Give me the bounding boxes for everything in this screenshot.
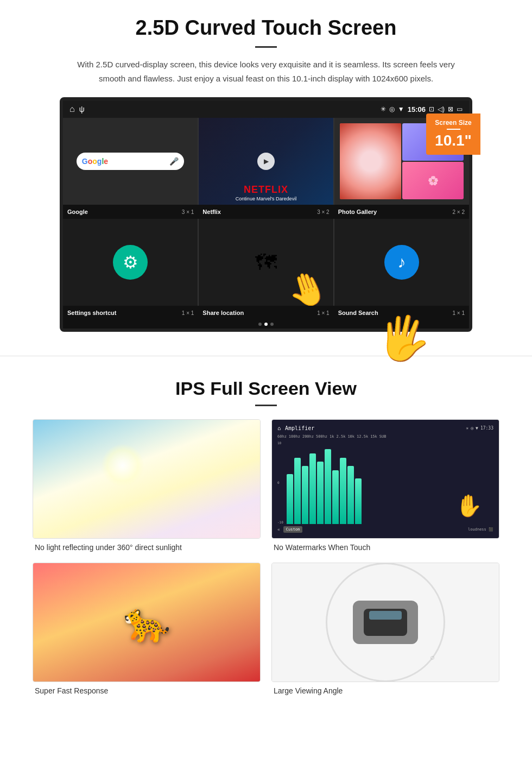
usb-icon: ψ — [79, 105, 85, 113]
sound-size: 1 × 1 — [452, 310, 465, 316]
eq-bar-6 — [325, 449, 331, 524]
eq-bar-4 — [309, 453, 316, 524]
settings-size: 1 × 1 — [182, 310, 194, 316]
car-body-top — [353, 601, 418, 644]
sunlight-image — [33, 419, 261, 539]
google-cell[interactable]: Google 🎤 — [63, 118, 198, 205]
car-shadow: ⬡ — [430, 655, 434, 660]
settings-name: Settings shortcut — [67, 310, 116, 316]
cheetah-image: 🐆 — [33, 563, 261, 682]
app-label-row1: Google 3 × 1 Netflix 3 × 2 Photo Gallery… — [63, 205, 469, 219]
camera-icon: ⊡ — [429, 105, 434, 113]
car-top-down — [353, 601, 418, 644]
eq-bar-9 — [347, 466, 354, 524]
feature-car: ⬡ Large Viewing Angle — [271, 563, 499, 695]
device-screen: ⌂ ψ ✳ ◎ ▼ 15:06 ⊡ ◁) ⊠ ▭ — [60, 97, 472, 332]
feature-cheetah: 🐆 Super Fast Response — [33, 563, 261, 695]
google-logo: Google — [82, 157, 108, 166]
wifi-icon: ▼ — [398, 105, 404, 113]
netflix-overlay: NETFLIX Continue Marvel's Daredevil — [199, 181, 333, 205]
amp-header: ⌂ Amplifier ✳◎▼17:33 — [277, 425, 493, 431]
google-bg: Google 🎤 — [63, 118, 198, 205]
settings-bg: ⚙ — [63, 219, 198, 306]
x-icon: ⊠ — [448, 105, 453, 113]
amplifier-title: Amplifier — [285, 425, 314, 431]
section1-title-underline — [255, 46, 277, 48]
amp-freq-labels: 60hz 100hz 200hz 500hz 1k 2.5k 10k 12.5k… — [277, 434, 493, 439]
cheetah-emoji: 🐆 — [123, 600, 170, 645]
amplifier-visual: ⌂ Amplifier ✳◎▼17:33 60hz 100hz 200hz 50… — [272, 420, 499, 538]
share-location-content: 🗺 🤚 — [199, 219, 333, 306]
eq-bar-3 — [302, 466, 308, 524]
play-button[interactable]: ▶ — [257, 153, 275, 170]
window-icon: ▭ — [457, 105, 463, 113]
sunlight-label: No light reflecting under 360° direct su… — [33, 543, 261, 552]
feature-sunlight: No light reflecting under 360° direct su… — [33, 419, 261, 552]
sound-search-content: ♪ — [334, 219, 469, 306]
feature-grid: No light reflecting under 360° direct su… — [33, 419, 499, 695]
car-image: ⬡ — [271, 563, 499, 682]
sound-icon: ♪ — [384, 245, 419, 280]
share-location-cell[interactable]: 🗺 🤚 — [199, 219, 333, 306]
eq-scale: 10 0 -10 — [277, 441, 283, 524]
volume-icon: ◁) — [438, 105, 445, 113]
feature-amplifier: ⌂ Amplifier ✳◎▼17:33 60hz 100hz 200hz 50… — [271, 419, 499, 552]
eq-bar-1 — [287, 474, 293, 524]
sound-search-cell[interactable]: ♪ — [334, 219, 469, 306]
dot-1 — [258, 323, 262, 326]
netflix-cell[interactable]: ▶ NETFLIX Continue Marvel's Daredevil — [199, 118, 333, 205]
section1: 2.5D Curved Touch Screen With 2.5D curve… — [0, 0, 532, 345]
eq-bar-2 — [294, 458, 301, 524]
badge-label: Screen Size — [430, 119, 476, 127]
eq-bar-5 — [317, 462, 324, 524]
car-label: Large Viewing Angle — [271, 686, 499, 695]
netflix-cell-content: ▶ NETFLIX Continue Marvel's Daredevil — [199, 118, 333, 205]
pointing-hand-icon: 🖐 — [373, 310, 435, 367]
netflix-logo: NETFLIX — [203, 184, 329, 195]
section2-underline — [255, 405, 277, 406]
google-search-bar[interactable]: Google 🎤 — [77, 153, 184, 170]
location-icon: ◎ — [389, 105, 395, 113]
bluetooth-icon: ✳ — [381, 105, 386, 113]
eq-bar-8 — [340, 458, 346, 524]
badge-size: 10.1" — [430, 132, 476, 149]
mic-icon: 🎤 — [169, 157, 179, 166]
screen-size-badge: Screen Size 10.1" — [426, 113, 480, 155]
sound-bg: ♪ — [334, 219, 469, 306]
section1-title: 2.5D Curved Touch Screen — [33, 16, 499, 40]
amp-bottom-bar: « Custom loudness ⬛ — [277, 526, 493, 533]
netflix-size: 3 × 2 — [317, 209, 330, 215]
settings-cell[interactable]: ⚙ — [63, 219, 198, 306]
custom-button[interactable]: Custom — [283, 526, 302, 533]
dot-2 — [264, 323, 268, 326]
flower-image — [340, 123, 401, 199]
car-diagram: ⬡ — [331, 579, 440, 666]
car-visual: ⬡ — [272, 563, 499, 682]
status-bar: ⌂ ψ ✳ ◎ ▼ 15:06 ⊡ ◁) ⊠ ▭ — [63, 100, 469, 118]
netflix-name: Netflix — [202, 209, 221, 215]
settings-label: Settings shortcut 1 × 1 — [63, 308, 198, 318]
gallery-name: Photo Gallery — [338, 209, 377, 215]
eq-visualization: 10 0 -10 ✋ — [277, 441, 493, 524]
cheetah-label: Super Fast Response — [33, 686, 261, 695]
sunburst — [101, 444, 144, 487]
share-bg: 🗺 🤚 — [199, 219, 333, 306]
share-size: 1 × 1 — [317, 310, 330, 316]
home-icon: ⌂ — [69, 104, 75, 114]
netflix-label: Netflix 3 × 2 — [198, 207, 333, 217]
sound-name: Sound Search — [338, 310, 378, 316]
app-grid-row2: ⚙ 🗺 🤚 — [63, 219, 469, 306]
amplifier-label: No Watermarks When Touch — [271, 543, 499, 552]
gallery-photo-1 — [340, 123, 401, 199]
google-cell-content: Google 🎤 — [63, 118, 198, 205]
google-label: Google 3 × 1 — [63, 207, 198, 217]
section1-description: With 2.5D curved-display screen, this de… — [76, 58, 456, 85]
hand-container: 🖐 — [373, 304, 436, 369]
dot-3 — [270, 323, 274, 326]
share-label: Share location 1 × 1 — [198, 308, 333, 318]
loudness-toggle[interactable]: loudness ⬛ — [468, 527, 493, 532]
badge-underline — [447, 129, 460, 130]
google-name: Google — [67, 209, 88, 215]
maps-icon: 🗺 — [255, 250, 277, 275]
section2: IPS Full Screen View No light reflecting… — [0, 367, 532, 706]
